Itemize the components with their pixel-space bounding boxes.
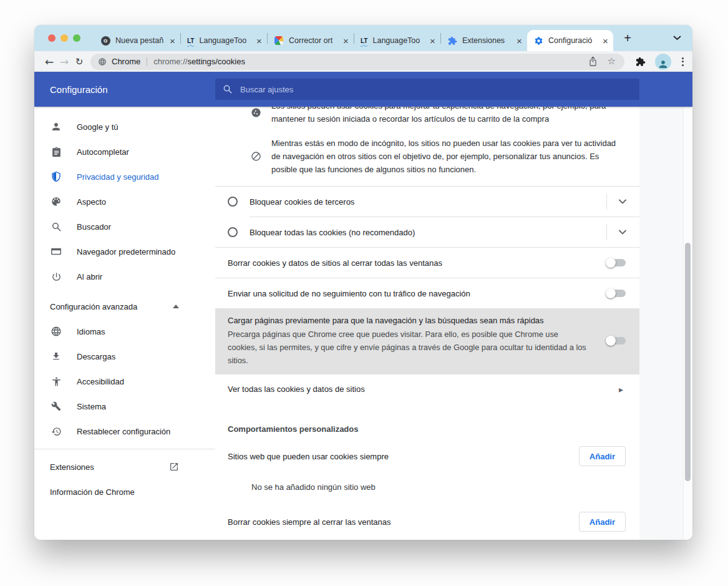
allow-sites-row: Sitios web que pueden usar cookies siemp… xyxy=(215,446,639,466)
settings-sidebar: Google y tú Autocompletar Privacidad y s… xyxy=(34,107,215,540)
person-icon xyxy=(50,120,62,133)
address-bar[interactable]: Chrome chrome://settings/cookies xyxy=(90,54,624,70)
tab-overflow-chevron-icon[interactable] xyxy=(673,36,681,41)
back-button[interactable] xyxy=(42,54,57,69)
sidebar-divider xyxy=(34,449,215,449)
clear-sites-row: Borrar cookies siempre al cerrar las ven… xyxy=(215,512,639,532)
tab-close-icon[interactable] xyxy=(514,36,525,46)
zoom-window-button[interactable] xyxy=(73,34,80,42)
sidebar-item-navegador[interactable]: Navegador predeterminado xyxy=(34,239,215,264)
puzzle-icon xyxy=(447,36,457,46)
arrow-right-icon xyxy=(619,384,623,394)
preload-pages-row-highlighted: Cargar páginas previamente para que la n… xyxy=(215,308,639,374)
tab-close-icon[interactable] xyxy=(254,36,265,46)
tab-languagetool-2[interactable]: LT LanguageToo xyxy=(354,30,440,51)
page-title: Configuración xyxy=(50,84,108,95)
preload-title: Cargar páginas previamente para que la n… xyxy=(228,314,590,327)
tab-configuracion-active[interactable]: Configuració xyxy=(527,30,613,51)
sidebar-item-label: Descargas xyxy=(77,352,115,361)
preload-description: Precarga páginas que Chrome cree que pue… xyxy=(228,328,590,367)
tab-title: Nueva pestañ xyxy=(115,36,166,45)
tab-close-icon[interactable] xyxy=(600,36,611,46)
search-icon xyxy=(223,84,233,94)
row-label: Sitios web que pueden usar cookies siemp… xyxy=(228,452,579,461)
toggle-label: Enviar una solicitud de no seguimiento c… xyxy=(228,289,607,298)
sidebar-item-informacion[interactable]: Información de Chrome xyxy=(34,479,215,504)
tab-title: Corrector ort xyxy=(289,36,339,45)
sidebar-item-accesibilidad[interactable]: Accesibilidad xyxy=(34,369,215,394)
extensions-puzzle-icon[interactable] xyxy=(636,57,646,67)
scrollbar-thumb[interactable] xyxy=(685,243,691,481)
sidebar-item-descargas[interactable]: Descargas xyxy=(34,344,215,369)
close-window-button[interactable] xyxy=(48,34,56,42)
scrollbar[interactable] xyxy=(683,107,692,540)
radio-button-icon[interactable] xyxy=(228,227,238,237)
sidebar-item-extensiones[interactable]: Extensiones xyxy=(34,454,215,479)
sidebar-advanced-toggle[interactable]: Configuración avanzada xyxy=(34,294,215,319)
sidebar-item-al-abrir[interactable]: Al abrir xyxy=(34,264,215,289)
cookie-icon xyxy=(250,107,262,119)
toggle-switch-off[interactable] xyxy=(607,259,626,266)
minimize-window-button[interactable] xyxy=(61,34,68,42)
accessibility-icon xyxy=(50,375,62,388)
sidebar-item-idiomas[interactable]: Idiomas xyxy=(34,319,215,344)
reload-button[interactable] xyxy=(72,54,87,69)
sidebar-item-label: Navegador predeterminado xyxy=(77,247,175,256)
tab-languagetool-1[interactable]: LT LanguageToo xyxy=(181,30,267,51)
chevron-up-icon xyxy=(173,305,179,308)
tab-nueva-pestana[interactable]: G Nueva pestañ xyxy=(94,30,180,51)
sidebar-item-restablecer[interactable]: Restablecer configuración xyxy=(34,419,215,444)
blocked-icon xyxy=(250,150,262,162)
toggle-row-clear-on-close: Borrar cookies y datos de sitios al cerr… xyxy=(215,248,639,278)
row-label: Borrar cookies siempre al cerrar las ven… xyxy=(228,517,579,527)
tab-corrector[interactable]: Corrector ort xyxy=(268,30,354,51)
bookmark-star-icon[interactable] xyxy=(608,57,616,66)
chevron-down-icon[interactable] xyxy=(614,193,631,210)
sidebar-item-label: Sistema xyxy=(77,402,106,411)
sidebar-item-sistema[interactable]: Sistema xyxy=(34,394,215,419)
download-icon xyxy=(50,350,62,363)
new-tab-button[interactable] xyxy=(619,30,636,46)
add-allowed-site-button[interactable]: Añadir xyxy=(579,446,626,466)
globe-icon xyxy=(50,325,62,338)
sidebar-item-label: Restablecer configuración xyxy=(77,427,170,436)
tab-extensiones[interactable]: Extensiones xyxy=(441,30,527,51)
sidebar-item-buscador[interactable]: Buscador xyxy=(34,214,215,239)
radio-button-icon[interactable] xyxy=(228,197,238,207)
sidebar-item-google[interactable]: Google y tú xyxy=(34,114,215,139)
google-favicon-icon: G xyxy=(100,36,110,46)
tab-title: LanguageToo xyxy=(199,36,253,45)
sidebar-item-label: Al abrir xyxy=(77,272,102,281)
tab-close-icon[interactable] xyxy=(341,36,351,46)
sidebar-item-label: Accesibilidad xyxy=(77,377,124,386)
sidebar-item-label: Buscador xyxy=(77,222,111,232)
sidebar-item-privacidad[interactable]: Privacidad y seguridad xyxy=(34,164,215,189)
see-all-cookies-row[interactable]: Ver todas las cookies y datos de sitios xyxy=(215,374,639,404)
radio-block-third-party[interactable]: Bloquear cookies de terceros xyxy=(215,187,639,217)
radio-block-all[interactable]: Bloquear todas las cookies (no recomenda… xyxy=(215,217,639,247)
palette-icon xyxy=(50,195,62,208)
shield-icon xyxy=(50,170,62,183)
search-icon xyxy=(50,220,62,233)
forward-button[interactable] xyxy=(57,54,72,69)
chevron-down-icon[interactable] xyxy=(614,224,631,240)
window-controls xyxy=(48,34,80,42)
toggle-switch-off[interactable] xyxy=(607,290,626,297)
url-text: chrome://settings/cookies xyxy=(153,57,245,66)
incognito-info-paragraph: Mientras estás en modo de incógnito, los… xyxy=(215,137,639,176)
tab-title: LanguageToo xyxy=(372,36,426,45)
browser-menu-icon[interactable] xyxy=(681,56,685,67)
toggle-switch-off[interactable] xyxy=(607,337,626,344)
settings-search-input[interactable]: Buscar ajustes xyxy=(215,79,639,100)
wrench-icon xyxy=(50,400,62,413)
profile-avatar[interactable] xyxy=(655,54,671,70)
sidebar-item-autocompletar[interactable]: Autocompletar xyxy=(34,139,215,164)
sidebar-item-label: Idiomas xyxy=(77,327,105,336)
add-clear-site-button[interactable]: Añadir xyxy=(579,512,626,532)
sidebar-item-aspecto[interactable]: Aspecto xyxy=(34,189,215,214)
share-icon[interactable] xyxy=(588,56,598,67)
webstore-favicon-icon xyxy=(274,36,284,46)
tab-close-icon[interactable] xyxy=(427,36,438,46)
history-icon xyxy=(50,425,62,437)
tab-close-icon[interactable] xyxy=(167,36,178,46)
